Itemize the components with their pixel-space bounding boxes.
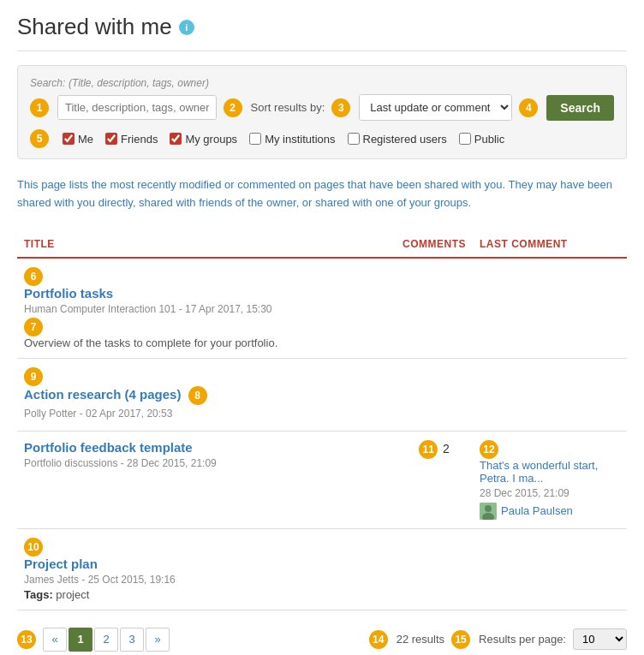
row-4-meta: James Jetts - 25 Oct 2015, 19:16 xyxy=(24,574,389,586)
page-title: Shared with me xyxy=(17,14,172,40)
search-label-text: Search: xyxy=(30,77,65,89)
row-4-comments xyxy=(396,528,473,610)
callout-13: 13 xyxy=(17,630,36,649)
row-1-content: 6 Portfolio tasks Human Computer Interac… xyxy=(17,258,396,359)
col-title: TITLE xyxy=(17,233,396,258)
row-2-last-comment xyxy=(473,358,627,431)
row-1-title[interactable]: Portfolio tasks xyxy=(24,286,389,301)
filter-mygroups[interactable]: My groups xyxy=(170,133,237,146)
callout-3: 3 xyxy=(331,98,350,117)
search-button[interactable]: Search xyxy=(546,95,614,121)
callout-7: 7 xyxy=(24,318,43,336)
pagination-page-2[interactable]: 2 xyxy=(94,628,118,652)
info-icon[interactable]: i xyxy=(179,20,194,35)
filter-friends[interactable]: Friends xyxy=(105,133,158,146)
filter-me[interactable]: Me xyxy=(63,133,93,146)
callout-9: 9 xyxy=(24,367,43,386)
per-page-select[interactable]: 5 10 20 50 xyxy=(573,628,627,650)
callout-4: 4 xyxy=(519,98,538,117)
row-1-last-comment xyxy=(473,258,627,359)
callout-6: 6 xyxy=(24,267,43,286)
callout-5: 5 xyxy=(30,129,49,148)
callout-10: 10 xyxy=(24,538,43,557)
filter-friends-label: Friends xyxy=(121,133,158,146)
total-results: 22 results xyxy=(397,633,444,646)
sort-select-wrapper: Last update or comment xyxy=(359,94,512,121)
per-page-label: Results per page: xyxy=(479,633,566,646)
table-row: 6 Portfolio tasks Human Computer Interac… xyxy=(17,258,627,359)
row-4-content: 10 Project plan James Jetts - 25 Oct 201… xyxy=(17,528,396,610)
filter-public-checkbox[interactable] xyxy=(459,133,471,145)
row-3-comments: 11 2 xyxy=(396,431,473,528)
row-3-last-comment: 12 That's a wonderful start, Petra. I ma… xyxy=(473,431,627,528)
row-3-comment-count: 2 xyxy=(443,441,450,455)
results-table: TITLE COMMENTS LAST COMMENT 6 Portfolio … xyxy=(17,233,627,610)
row-2-meta: Polly Potter - 02 Apr 2017, 20:53 xyxy=(24,408,389,420)
filter-public[interactable]: Public xyxy=(459,133,504,146)
search-hint: (Title, description, tags, owner) xyxy=(69,77,209,89)
pagination: « 1 2 3 » xyxy=(43,628,170,652)
row-3-meta: Portfolio discussions - 28 Dec 2015, 21:… xyxy=(24,457,389,469)
table-row: Portfolio feedback template Portfolio di… xyxy=(17,431,627,528)
filter-friends-checkbox[interactable] xyxy=(105,133,117,145)
callout-8: 8 xyxy=(188,386,207,405)
callout-1: 1 xyxy=(30,98,49,117)
table-row: 9 Action research (4 pages) 8 Polly Pott… xyxy=(17,358,627,431)
row-4-tags: Tags: project xyxy=(24,588,389,601)
row-1-meta: Human Computer Interaction 101 - 17 Apr … xyxy=(24,303,389,315)
row-2-content: 9 Action research (4 pages) 8 Polly Pott… xyxy=(17,358,396,431)
filter-myinstitutions-label: My institutions xyxy=(265,133,335,146)
comment-user-name[interactable]: Paula Paulsen xyxy=(501,504,573,517)
svg-point-1 xyxy=(485,505,492,512)
filter-myinstitutions-checkbox[interactable] xyxy=(249,133,261,145)
filter-myinstitutions[interactable]: My institutions xyxy=(249,133,335,146)
row-2-comments xyxy=(396,358,473,431)
sort-label: Sort results by: xyxy=(251,101,325,114)
row-3-comment-text: That's a wonderful start, Petra. I ma... xyxy=(480,459,620,485)
row-4-last-comment xyxy=(473,528,627,610)
filter-mygroups-checkbox[interactable] xyxy=(170,133,182,145)
row-4-title[interactable]: Project plan xyxy=(24,557,389,571)
pagination-prev[interactable]: « xyxy=(43,628,67,652)
filter-public-label: Public xyxy=(474,133,504,146)
filter-registeredusers[interactable]: Registered users xyxy=(348,133,447,146)
filter-me-checkbox[interactable] xyxy=(63,133,75,145)
pagination-page-3[interactable]: 3 xyxy=(120,628,144,652)
row-2-title[interactable]: Action research (4 pages) 8 xyxy=(24,386,389,405)
row-3-title[interactable]: Portfolio feedback template xyxy=(24,440,389,455)
filter-row: 5 Me Friends My groups My institutions R… xyxy=(30,129,614,148)
pagination-page-1[interactable]: 1 xyxy=(69,628,92,652)
table-header: TITLE COMMENTS LAST COMMENT xyxy=(17,233,627,258)
pagination-next[interactable]: » xyxy=(146,628,170,652)
search-input[interactable] xyxy=(58,96,216,119)
col-comments: COMMENTS xyxy=(396,233,473,258)
callout-12: 12 xyxy=(480,440,498,459)
callout-14: 14 xyxy=(369,630,388,649)
sort-select[interactable]: Last update or comment xyxy=(360,95,511,120)
search-panel: Search: (Title, description, tags, owner… xyxy=(17,65,627,159)
search-dropdown-arrow[interactable]: ▼ xyxy=(216,96,217,119)
search-input-wrapper: ▼ xyxy=(57,95,217,120)
filter-registeredusers-label: Registered users xyxy=(363,133,447,146)
callout-15: 15 xyxy=(451,630,470,649)
row-3-comment-date: 28 Dec 2015, 21:09 xyxy=(480,487,620,499)
col-last-comment: LAST COMMENT xyxy=(473,233,627,258)
pagination-row: 13 « 1 2 3 » 14 22 results 15 Results pe… xyxy=(17,624,627,652)
filter-me-label: Me xyxy=(78,133,93,146)
filter-mygroups-label: My groups xyxy=(185,133,237,146)
callout-11: 11 xyxy=(419,440,438,459)
avatar xyxy=(480,503,497,520)
search-label: Search: (Title, description, tags, owner… xyxy=(30,76,614,89)
filter-registeredusers-checkbox[interactable] xyxy=(348,133,360,145)
info-text: This page lists the most recently modifi… xyxy=(17,173,627,216)
row-3-comment-user: Paula Paulsen xyxy=(480,503,620,520)
table-row: 10 Project plan James Jetts - 25 Oct 201… xyxy=(17,528,627,610)
row-1-comments xyxy=(396,258,473,359)
callout-2: 2 xyxy=(224,98,242,117)
row-1-description: Overview of the tasks to complete for yo… xyxy=(24,336,389,349)
row-3-content: Portfolio feedback template Portfolio di… xyxy=(17,431,396,528)
